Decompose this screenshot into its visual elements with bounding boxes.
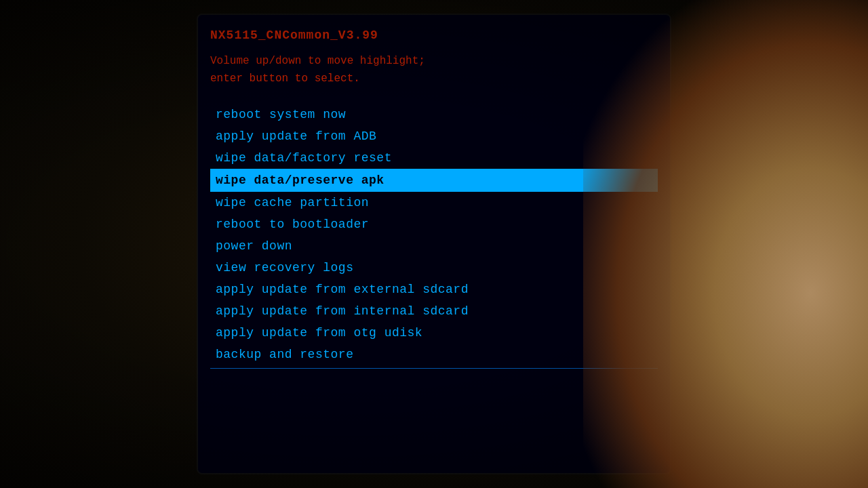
menu-item[interactable]: reboot system now — [210, 104, 658, 125]
instruction-line2: enter button to select. — [210, 70, 658, 88]
phone: NX5115_CNCommon_V3.99 Volume up/down to … — [190, 0, 678, 488]
menu-bottom-divider — [210, 368, 658, 369]
menu-item[interactable]: view recovery logs — [210, 257, 658, 279]
instruction-line1: Volume up/down to move highlight; — [210, 53, 658, 70]
phone-screen: NX5115_CNCommon_V3.99 Volume up/down to … — [197, 14, 671, 474]
instructions-block: Volume up/down to move highlight; enter … — [210, 53, 658, 87]
scene: NX5115_CNCommon_V3.99 Volume up/down to … — [0, 0, 868, 488]
version-header: NX5115_CNCommon_V3.99 — [210, 28, 658, 42]
menu-item[interactable]: apply update from external sdcard — [210, 279, 658, 300]
menu-item[interactable]: wipe cache partition — [210, 192, 658, 214]
menu-item[interactable]: wipe data/factory reset — [210, 147, 658, 169]
menu-item[interactable]: power down — [210, 235, 658, 257]
menu-item[interactable]: apply update from otg udisk — [210, 322, 658, 344]
menu-item[interactable]: apply update from internal sdcard — [210, 300, 658, 322]
menu-item[interactable]: apply update from ADB — [210, 125, 658, 147]
menu-item[interactable]: reboot to bootloader — [210, 214, 658, 235]
recovery-menu: reboot system nowapply update from ADBwi… — [210, 104, 658, 365]
menu-item[interactable]: wipe data/preserve apk — [210, 169, 658, 192]
menu-item[interactable]: backup and restore — [210, 344, 658, 365]
